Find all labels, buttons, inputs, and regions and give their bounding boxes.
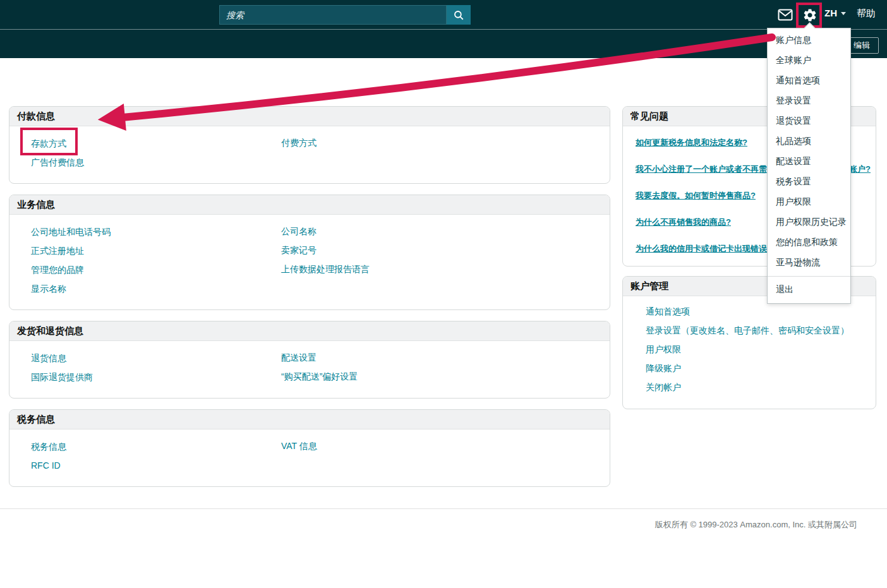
payment-information-card: 付款信息 存款方式 付费方式 广告付费信息 — [9, 106, 610, 184]
menu-global-accounts[interactable]: 全球账户 — [768, 50, 850, 70]
menu-tax-settings[interactable]: 税务设置 — [768, 171, 850, 191]
link-manage-your-brands[interactable]: 管理您的品牌 — [31, 265, 84, 275]
menu-your-info-policies[interactable]: 您的信息和政策 — [768, 232, 850, 252]
link-user-permissions[interactable]: 用户权限 — [646, 344, 681, 356]
search-box — [219, 5, 471, 25]
settings-button[interactable] — [802, 7, 818, 23]
gear-icon — [802, 8, 818, 23]
business-information-card: 业务信息 公司地址和电话号码 公司名称 正式注册地址 卖家记号 管理您的品牌 上… — [9, 195, 610, 310]
section-title: 业务信息 — [9, 195, 610, 215]
link-close-account[interactable]: 关闭帐户 — [646, 382, 681, 393]
link-official-registered-address[interactable]: 正式注册地址 — [31, 246, 84, 256]
section-title: 发货和退货信息 — [9, 321, 610, 341]
copyright-text: 版权所有 © 1999-2023 Amazon.com, Inc. 或其附属公司 — [655, 520, 857, 529]
menu-divider — [768, 276, 850, 277]
shipping-returns-card: 发货和退货信息 退货信息 配送设置 国际退货提供商 “购买配送”偏好设置 — [9, 321, 610, 399]
section-title: 付款信息 — [9, 107, 610, 126]
search-input[interactable] — [219, 5, 447, 25]
link-vat-information[interactable]: VAT 信息 — [281, 441, 317, 452]
settings-sections: 付款信息 存款方式 付费方式 广告付费信息 业务信息 公司地址和电话号码 公司名… — [9, 106, 610, 498]
link-rfc-id[interactable]: RFC ID — [31, 460, 61, 471]
link-advertising-charge-info[interactable]: 广告付费信息 — [31, 157, 84, 167]
link-international-returns-providers[interactable]: 国际退货提供商 — [31, 372, 93, 382]
menu-shipping-settings[interactable]: 配送设置 — [768, 151, 850, 171]
messages-button[interactable] — [777, 8, 793, 21]
link-tax-information[interactable]: 税务信息 — [31, 441, 66, 452]
language-selector[interactable]: ZH — [824, 8, 846, 18]
settings-dropdown-menu: 账户信息 全球账户 通知首选项 登录设置 退货设置 礼品选项 配送设置 税务设置… — [767, 28, 851, 304]
menu-login-settings[interactable]: 登录设置 — [768, 90, 850, 111]
menu-fulfillment-by-amazon[interactable]: 亚马逊物流 — [768, 252, 850, 272]
search-button[interactable] — [447, 5, 471, 25]
link-downgrade-account[interactable]: 降级账户 — [646, 363, 681, 375]
link-feed-report-language[interactable]: 上传数据处理报告语言 — [281, 264, 370, 275]
mail-icon — [778, 9, 793, 21]
link-deposit-methods[interactable]: 存款方式 — [31, 138, 66, 148]
faq-vacation-link[interactable]: 我要去度假。如何暂时停售商品? — [636, 190, 756, 201]
menu-return-settings[interactable]: 退货设置 — [768, 111, 850, 131]
link-merchant-token[interactable]: 卖家记号 — [281, 245, 317, 256]
page-footer: 版权所有 © 1999-2023 Amazon.com, Inc. 或其附属公司 — [0, 508, 887, 588]
faq-update-tax-info-link[interactable]: 如何更新税务信息和法定名称? — [636, 137, 747, 148]
link-login-settings[interactable]: 登录设置（更改姓名、电子邮件、密码和安全设置） — [646, 325, 849, 337]
search-icon — [453, 9, 464, 21]
page-header-bar: 编辑 — [0, 29, 887, 58]
link-display-name[interactable]: 显示名称 — [31, 284, 66, 294]
link-notification-preferences[interactable]: 通知首选项 — [646, 306, 690, 318]
help-link[interactable]: 帮助 — [857, 8, 876, 20]
menu-logout[interactable]: 退出 — [768, 279, 850, 299]
menu-gift-options[interactable]: 礼品选项 — [768, 131, 850, 151]
link-business-address-phone[interactable]: 公司地址和电话号码 — [31, 227, 111, 237]
faq-why-not-selling-link[interactable]: 为什么不再销售我的商品? — [636, 217, 731, 228]
top-navigation-bar: ZH 帮助 — [0, 0, 887, 29]
link-company-name[interactable]: 公司名称 — [281, 226, 317, 237]
chevron-down-icon — [841, 12, 846, 15]
menu-user-permissions-history[interactable]: 用户权限历史记录 — [768, 212, 850, 232]
section-title: 税务信息 — [9, 410, 610, 429]
link-return-information[interactable]: 退货信息 — [31, 353, 66, 363]
menu-notification-preferences[interactable]: 通知首选项 — [768, 70, 850, 90]
tax-information-card: 税务信息 税务信息 VAT 信息 RFC ID — [9, 409, 610, 487]
menu-account-info[interactable]: 账户信息 — [768, 30, 850, 50]
link-buy-shipping-preferences[interactable]: “购买配送”偏好设置 — [281, 371, 358, 383]
link-shipping-settings[interactable]: 配送设置 — [281, 352, 317, 364]
link-charge-methods[interactable]: 付费方式 — [281, 138, 317, 149]
menu-user-permissions[interactable]: 用户权限 — [768, 191, 850, 212]
language-label: ZH — [824, 8, 837, 18]
